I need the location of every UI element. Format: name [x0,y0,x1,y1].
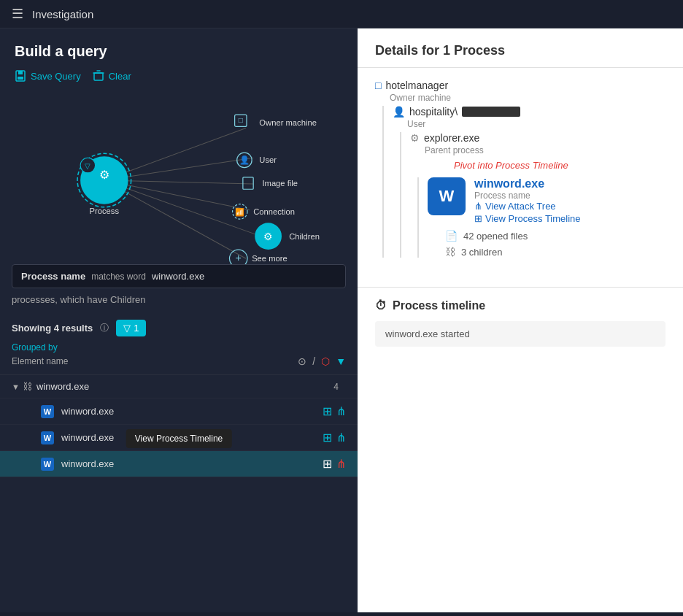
results-table: ▼ ⛓ winword.exe 4 W winword.exe ⊞ ⋔ [0,374,358,612]
word-icon: W [41,458,57,471]
table-icon[interactable]: ⊞ [323,404,332,418]
timeline-icon: ⊞ [474,213,482,224]
file-icon: 📄 [445,230,458,242]
right-panel: Details for 1 Process □ hotelmanager Own… [358,28,683,612]
process-highlight: W winword.exe Process name ⋔ View Attack… [428,177,665,224]
details-content: □ hotelmanager Owner machine 👤 hospitali… [358,68,683,275]
element-name-label: Element name [12,356,68,366]
results-header: Showing 4 results ⓘ ▽ 1 [12,320,346,336]
row-name: winword.exe [61,458,323,469]
app-title: Investigation [32,8,93,20]
svg-text:📶: 📶 [235,207,244,217]
svg-text:Owner machine: Owner machine [259,118,317,127]
user-icon: 👤 [393,106,405,118]
sort-icon[interactable]: ⊙ [298,355,306,367]
timeline-title: ⏱ Process timeline [375,299,665,312]
tree-icon[interactable]: ⋔ [336,404,346,418]
query-builder-title: Build a query [15,43,343,60]
table-row[interactable]: W winword.exe ⊞ ⋔ [0,425,358,451]
machine-icon: □ [375,80,381,91]
info-icon[interactable]: ⓘ [100,322,109,334]
query-graph: ⚙ ▽ Process □ Owner machine 👤 User Image… [7,96,350,264]
tree-line-process: W winword.exe Process name ⋔ View Attack… [417,177,665,258]
process-details: winword.exe Process name ⋔ View Attack T… [474,177,581,224]
section-divider [358,287,683,288]
filter-value: winword.exe [152,271,204,282]
save-icon [15,70,26,82]
user-name: 👤 hospitality\ [393,106,665,118]
graph-area: ⚙ ▽ Process □ Owner machine 👤 User Image… [7,96,350,264]
row-name: winword.exe [61,406,323,417]
opened-files-stat: 📄 42 opened files [445,230,665,242]
view-attack-tree-link[interactable]: ⋔ View Attack Tree [474,201,581,212]
row-actions: ⊞ ⋔ [323,404,346,418]
toolbar: Save Query Clear [15,70,343,82]
pivot-text: Pivot into Process Timeline [454,160,568,171]
row-name: winword.exe [61,432,323,443]
query-builder: Build a query Save Query Clear [0,28,358,96]
results-count: Showing 4 results [12,323,93,334]
table-row-selected[interactable]: View Process Timeline W winword.exe ⊞ ⋔ [0,451,358,477]
table-row[interactable]: ▼ ⛓ winword.exe 4 [0,375,358,399]
owner-machine-name: □ hotelmanager [375,80,665,91]
svg-text:□: □ [239,116,243,124]
word-icon: W [41,431,57,444]
process-name-label: Process name [474,190,581,201]
expand-icon[interactable]: ▼ [12,382,20,391]
view-process-timeline-link[interactable]: ⊞ View Process Timeline [474,213,581,224]
svg-text:⚙: ⚙ [263,231,273,242]
redacted-name [462,107,520,117]
svg-text:Connection: Connection [253,207,295,216]
element-name-header: Element name ⊙ / ⬡ ▼ [12,353,346,370]
trash-icon [93,70,104,82]
row-name: winword.exe [36,381,333,392]
tree-icon: ⋔ [474,201,482,212]
header-icons: ⊙ / ⬡ ▼ [298,355,346,367]
filter-label: Process name [21,271,85,282]
svg-text:Children: Children [289,232,320,241]
process-links: ⋔ View Attack Tree ⊞ View Process Timeli… [474,201,581,224]
winword-icon: W [428,177,466,215]
tree-icon[interactable]: ⋔ [336,431,346,444]
pivot-area: Pivot into Process Timeline W winword.ex… [410,158,665,258]
tree-line-user: 👤 hospitality\ User ⚙ explorer.exe Paren… [382,106,665,258]
hamburger-icon[interactable]: ☰ [12,6,23,22]
group-icon[interactable]: ⬡ [321,355,330,367]
word-icon: W [41,405,57,418]
user-label: User [407,119,665,129]
svg-rect-3 [94,73,103,80]
grouped-by-label: Grouped by [12,342,346,353]
user-item: 👤 hospitality\ User [393,106,665,129]
clear-button[interactable]: Clear [93,70,131,82]
filter-bar: Process name matches word winword.exe [12,264,346,288]
owner-machine-label: Owner machine [390,93,665,103]
filter-icon: ▽ [123,323,131,334]
save-query-button[interactable]: Save Query [15,70,81,82]
divider: / [312,355,315,367]
parent-process-name: ⚙ explorer.exe [410,132,665,144]
filter-operator[interactable]: matches word [91,272,146,282]
svg-text:Image file: Image file [262,179,298,188]
left-panel: Build a query Save Query Clear [0,28,358,612]
main-layout: Build a query Save Query Clear [0,28,683,612]
svg-text:👤: 👤 [239,155,250,166]
clock-icon: ⏱ [375,299,387,312]
table-row[interactable]: W winword.exe ⊞ ⋔ [0,399,358,425]
svg-rect-2 [18,77,23,80]
process-name-main: winword.exe [474,177,581,190]
parent-process-item: ⚙ explorer.exe Parent process [410,132,665,155]
svg-text:+: + [236,252,242,263]
children-stat: ⛓ 3 children [445,246,665,258]
chevron-down-icon[interactable]: ▼ [336,355,346,367]
grouped-by-section: Grouped by Element name ⊙ / ⬡ ▼ [12,342,346,370]
svg-rect-21 [243,177,253,189]
top-bar: ☰ Investigation [0,0,683,28]
details-header: Details for 1 Process [358,28,683,68]
filter-badge[interactable]: ▽ 1 [116,320,146,336]
table-icon[interactable]: ⊞ [323,431,332,444]
svg-text:⚙: ⚙ [99,168,109,181]
tree-icon[interactable]: ⋔ [336,457,346,471]
parent-process-label: Parent process [425,145,665,155]
owner-machine-item: □ hotelmanager Owner machine [375,80,665,103]
table-icon[interactable]: ⊞ [323,457,332,471]
